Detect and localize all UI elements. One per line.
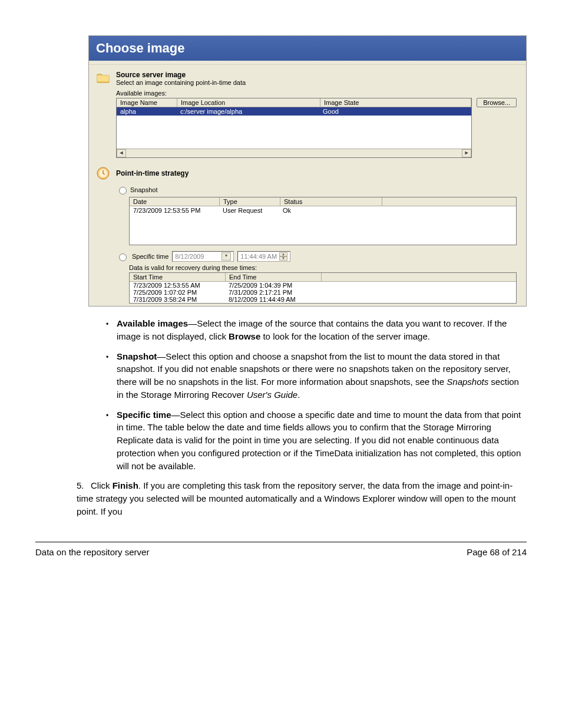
col-start-time[interactable]: Start Time [130,273,226,281]
scroll-right-icon[interactable]: ► [462,149,471,157]
valid-recovery-label: Data is valid for recovery during these … [129,264,519,271]
document-body: Available images—Select the image of the… [35,317,527,518]
folder-icon [96,71,110,85]
table-row: 7/31/2009 3:58:24 PM 8/12/2009 11:44:49 … [130,296,516,303]
bullet-available-images: Available images—Select the image of the… [106,317,527,343]
cell-start: 7/31/2009 3:58:24 PM [130,296,225,303]
clock-icon [96,166,110,180]
cell-image-location: c:/server image/alpha [177,107,319,116]
pit-heading: Point-in-time strategy [116,169,189,177]
bullet-specific-time: Specific time—Select this option and cho… [106,409,527,473]
cell-date: 7/23/2009 12:53:55 PM [130,206,219,215]
col-type[interactable]: Type [220,197,280,206]
table-row[interactable]: 7/23/2009 12:53:55 PM User Request Ok [130,206,516,215]
source-heading: Source server image [116,71,246,79]
page-footer: Data on the repository server Page 68 of… [35,542,527,557]
time-spinner[interactable]: ▲▼ [279,252,287,261]
cell-start: 7/25/2009 1:07:02 PM [130,289,225,296]
cell-type: User Request [219,206,279,215]
cell-image-name: alpha [117,107,177,116]
recovery-times-table[interactable]: Start Time End Time 7/23/2009 12:53:55 A… [129,272,517,304]
chevron-down-icon[interactable]: ▾ [222,252,231,261]
col-image-state[interactable]: Image State [320,98,471,107]
specific-time-label: Specific time [132,253,168,260]
table-row: 7/23/2009 12:53:55 AM 7/25/2009 1:04:39 … [130,282,516,289]
cell-end: 7/31/2009 2:17:21 PM [225,289,320,296]
snapshot-label: Snapshot [130,186,157,193]
browse-button[interactable]: Browse... [477,98,517,107]
footer-left: Data on the repository server [35,547,149,557]
col-image-location[interactable]: Image Location [177,98,320,107]
specific-time-radio[interactable] [119,253,127,261]
time-value: 11:44:49 AM [240,253,277,260]
table-row[interactable]: alpha c:/server image/alpha Good [117,107,471,116]
col-date[interactable]: Date [130,197,220,206]
col-image-name[interactable]: Image Name [117,98,177,107]
col-end-time[interactable]: End Time [226,273,322,281]
cell-image-state: Good [319,107,471,116]
available-images-table[interactable]: Image Name Image Location Image State al… [116,98,472,158]
cell-end: 7/25/2009 1:04:39 PM [225,282,320,289]
available-images-label: Available images: [116,90,519,97]
snapshot-radio[interactable] [119,187,127,195]
footer-right: Page 68 of 214 [467,547,527,557]
snapshot-table[interactable]: Date Type Status 7/23/2009 12:53:55 PM U… [129,197,517,245]
horizontal-scrollbar[interactable]: ◄ ► [117,149,471,157]
table-row: 7/25/2009 1:07:02 PM 7/31/2009 2:17:21 P… [130,289,516,296]
bullet-snapshot: Snapshot—Select this option and choose a… [106,350,527,401]
scroll-left-icon[interactable]: ◄ [117,149,126,157]
cell-start: 7/23/2009 12:53:55 AM [130,282,225,289]
source-sub: Select an image containing point-in-time… [116,79,246,86]
date-value: 8/12/2009 [175,253,204,260]
cell-status: Ok [279,206,381,215]
time-picker[interactable]: 11:44:49 AM ▲▼ [237,251,290,262]
cell-end: 8/12/2009 11:44:49 AM [225,296,320,303]
choose-image-dialog: Choose image Source server image Select … [88,35,527,307]
step-5: 5.Click Finish. If you are completing th… [77,479,527,518]
date-picker[interactable]: 8/12/2009 ▾ [172,251,234,262]
col-status[interactable]: Status [280,197,382,206]
dialog-title: Choose image [89,36,526,61]
